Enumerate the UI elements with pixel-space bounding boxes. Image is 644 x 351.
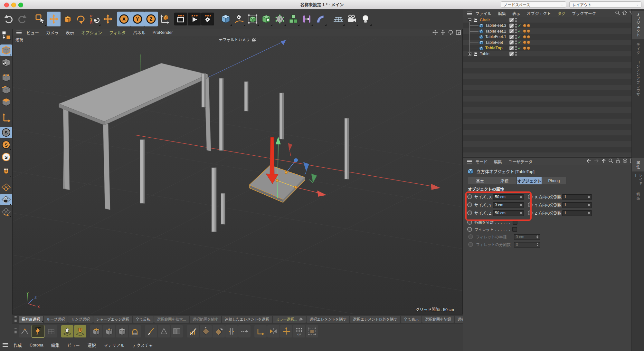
workplane-button[interactable] xyxy=(0,181,12,193)
up-arrow-icon[interactable] xyxy=(601,158,606,163)
camera-label[interactable]: デフォルトカメラ xyxy=(219,37,256,42)
object-name[interactable]: Table xyxy=(480,52,489,56)
key-ring-icon[interactable] xyxy=(528,194,533,199)
tab-content-browser[interactable]: コンテンツブラウザ xyxy=(632,59,644,98)
stepper[interactable] xyxy=(588,203,590,207)
om-menu-edit[interactable]: 編集 xyxy=(495,10,509,16)
visibility-dots[interactable] xyxy=(515,35,517,39)
cage-deform-button[interactable] xyxy=(306,325,318,337)
object-tags[interactable] xyxy=(523,41,531,44)
lock-workplane-button[interactable] xyxy=(0,194,12,205)
hide-selected-button[interactable]: 選択エレメントを隠す xyxy=(307,316,349,323)
am-menu-userdata[interactable]: ユーザデータ xyxy=(505,159,536,165)
coordinate-system-button[interactable] xyxy=(158,12,171,26)
om-menu-bookmarks[interactable]: ブックマーク xyxy=(569,10,599,16)
generator-button[interactable] xyxy=(260,12,273,26)
shrink-selection-button[interactable]: 選択範囲を縮小 xyxy=(190,316,222,323)
lock-x-axis-button[interactable]: X xyxy=(117,12,131,26)
size-z-input[interactable]: 50 cm xyxy=(493,210,524,216)
tab-structure[interactable]: 構造 xyxy=(632,191,644,202)
viewport-menu-filter[interactable]: フィルタ xyxy=(106,29,129,35)
redo-button[interactable] xyxy=(15,12,29,26)
om-menu-file[interactable]: ファイル xyxy=(472,10,495,16)
convert-selection-button[interactable]: 選択範囲を変換 xyxy=(455,316,463,323)
subdivision-surface-button[interactable] xyxy=(246,12,260,26)
tree-row-chair[interactable]: Chair xyxy=(463,17,632,23)
viewport-scene[interactable]: 透視 デフォルトカメラ グリッド間隔 : 50 cm Y Z X xyxy=(13,36,462,314)
visibility-dots[interactable] xyxy=(515,18,517,22)
stitch-button[interactable] xyxy=(238,325,251,337)
polygon-mode-button[interactable] xyxy=(0,96,12,108)
tab-object[interactable]: オブジェクト xyxy=(517,177,542,184)
key-ring-icon[interactable] xyxy=(467,227,472,232)
live-selection-button[interactable] xyxy=(33,12,47,26)
smooth-shift-button[interactable] xyxy=(116,325,128,337)
tree-row-tablefeet2[interactable]: TableFeet.2 ✓ xyxy=(463,28,632,34)
tree-row-tabletop[interactable]: TableTop ✓ xyxy=(463,45,632,51)
make-editable-button[interactable] xyxy=(0,29,12,41)
search-icon[interactable] xyxy=(615,10,620,15)
bend-deformer-button[interactable] xyxy=(314,12,327,26)
deformer-button[interactable] xyxy=(273,12,287,26)
move-button[interactable] xyxy=(47,12,61,26)
stats-pen-button[interactable] xyxy=(187,325,199,337)
invert-all-button[interactable]: 全て反転 xyxy=(133,316,154,323)
am-menu-mode[interactable]: モード xyxy=(472,159,491,165)
close-hole-button[interactable] xyxy=(254,325,267,337)
size-y-input[interactable]: 3 cm xyxy=(493,202,524,208)
rotate-snap-button[interactable] xyxy=(213,325,225,337)
object-tags[interactable] xyxy=(523,29,531,33)
create-point-button[interactable] xyxy=(19,325,31,337)
object-name[interactable]: TableFeet xyxy=(485,40,503,45)
rotate-view-icon[interactable] xyxy=(448,30,453,35)
viewport-menu-display[interactable]: 表示 xyxy=(62,29,78,35)
select-connected-button[interactable]: 連続したエレメントを選択 xyxy=(222,316,272,323)
extrude-button[interactable] xyxy=(90,325,102,337)
stepper[interactable] xyxy=(588,195,590,199)
knife-button[interactable] xyxy=(145,325,157,337)
floor-button[interactable] xyxy=(332,12,345,26)
tab-basic[interactable]: 基本 xyxy=(468,177,492,184)
collapse-toggle[interactable] xyxy=(468,18,471,22)
viewport[interactable]: ビュー カメラ 表示 オプション フィルタ パネル ProRender xyxy=(12,29,463,314)
magnet-snap-button[interactable] xyxy=(74,325,86,337)
expand-toggle[interactable] xyxy=(468,52,471,56)
tree-row-tablefeet[interactable]: TableFeet ✓ xyxy=(463,40,632,45)
tab-layers[interactable]: レイヤー xyxy=(632,173,644,189)
visibility-dots[interactable] xyxy=(515,40,517,44)
nodespace-select[interactable]: ノードスペース ⌄ xyxy=(501,1,566,8)
field-button[interactable] xyxy=(300,12,314,26)
tab-phong[interactable]: Phong xyxy=(542,177,566,184)
unhide-all-button[interactable]: 全て表示 xyxy=(401,316,421,323)
enabled-check-icon[interactable]: ✓ xyxy=(518,29,521,34)
attribute-menu-icon[interactable] xyxy=(467,160,472,163)
planar-workplane-button[interactable] xyxy=(0,206,12,218)
stepper[interactable] xyxy=(588,211,590,215)
viewport-menu-icon[interactable] xyxy=(16,31,22,34)
mirror-button[interactable] xyxy=(267,325,279,337)
segments-z-input[interactable]: 1 xyxy=(562,210,592,216)
snap-settings-button[interactable]: S xyxy=(0,151,12,163)
camera-button[interactable] xyxy=(345,12,359,26)
separate-surfaces-checkbox[interactable] xyxy=(513,220,517,225)
tab-coordinates[interactable]: 座標 xyxy=(492,177,517,184)
object-tags[interactable] xyxy=(523,46,531,50)
primitive-cube-button[interactable] xyxy=(219,12,232,26)
visibility-dots[interactable] xyxy=(515,46,517,50)
lock-icon[interactable] xyxy=(616,158,620,163)
cloner-button[interactable] xyxy=(287,12,300,26)
edge-mode-button[interactable] xyxy=(0,84,12,96)
tab-attributes[interactable]: 属性 xyxy=(632,158,644,171)
render-view-button[interactable] xyxy=(174,13,187,25)
edit-toggle-icon[interactable] xyxy=(509,35,514,39)
back-arrow-icon[interactable] xyxy=(586,159,592,163)
enabled-check-icon[interactable]: ✓ xyxy=(518,40,521,45)
cone-hole-button[interactable] xyxy=(158,325,170,337)
palette-drag-handle[interactable] xyxy=(14,328,17,335)
bottom-menu-icon[interactable] xyxy=(3,343,8,347)
layout-select[interactable]: レイアウト ⌄ xyxy=(569,1,641,8)
target-icon[interactable] xyxy=(622,158,628,163)
object-name[interactable]: Chair xyxy=(480,18,490,22)
magnet-button[interactable] xyxy=(0,166,12,178)
rectangle-selection-button[interactable]: 長方形選択 xyxy=(19,316,43,323)
